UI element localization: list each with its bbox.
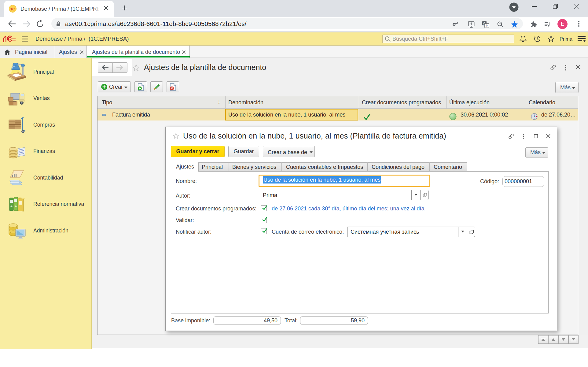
svg-text:文: 文: [485, 24, 489, 28]
svg-text:1С: 1С: [10, 7, 15, 11]
